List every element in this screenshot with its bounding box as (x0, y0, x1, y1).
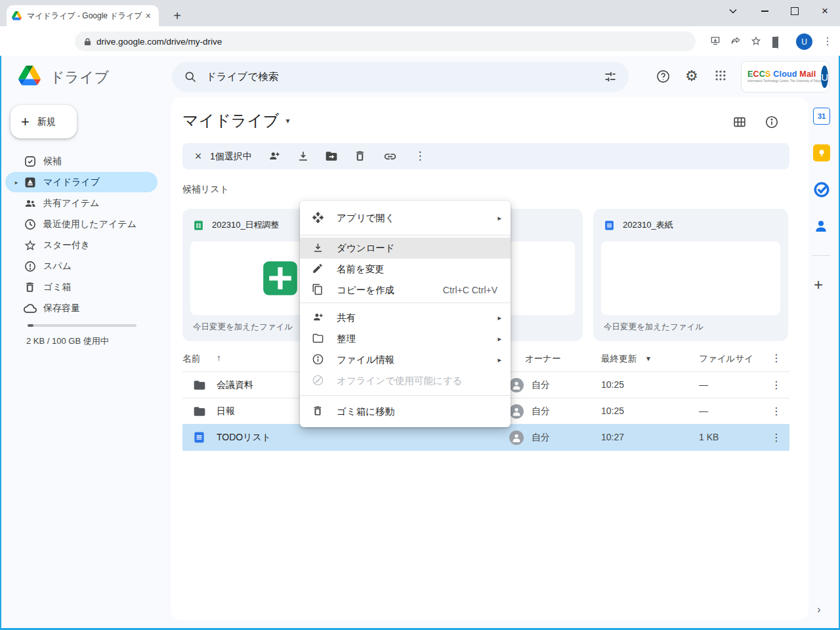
app-name: ドライブ (50, 68, 109, 87)
new-tab-button[interactable]: + (169, 8, 185, 24)
url-text: drive.google.com/drive/my-drive (96, 37, 222, 47)
storage-usage-bar (28, 324, 136, 327)
apps-grid-icon[interactable] (714, 69, 727, 82)
account-avatar[interactable]: U (821, 66, 828, 88)
submenu-arrow-icon: ▸ (497, 335, 501, 343)
url-bar[interactable]: drive.google.com/drive/my-drive (75, 32, 696, 51)
sidebar-item-trash[interactable]: ゴミ箱 (5, 277, 158, 297)
offline-pin-icon (312, 374, 325, 387)
settings-gear-icon[interactable]: ⚙ (685, 68, 698, 84)
context-menu-item-share[interactable]: 共有 ▸ (300, 307, 511, 328)
help-icon[interactable] (656, 69, 671, 84)
move-to-folder-icon[interactable] (325, 150, 338, 163)
row-kebab-icon[interactable]: ⋮ (771, 379, 782, 391)
clear-selection-icon[interactable]: × (192, 150, 205, 163)
account-badge-subtitle: Information Technology Center, The Unive… (747, 80, 821, 83)
page-title: マイドライブ (182, 110, 279, 131)
context-menu-item-make-copy[interactable]: コピーを作成 Ctrl+C Ctrl+V (300, 280, 511, 301)
sheets-file-icon (193, 220, 204, 231)
save-page-icon[interactable] (709, 35, 721, 47)
new-button[interactable]: + 新規 (10, 105, 77, 138)
window-maximize-button[interactable] (784, 3, 806, 20)
column-header-size[interactable]: ファイルサイ (699, 353, 753, 365)
search-options-tune-icon[interactable] (604, 70, 617, 83)
submenu-arrow-icon: ▸ (497, 356, 501, 364)
tasks-app-icon[interactable] (813, 181, 830, 198)
browser-tab[interactable]: マイドライブ - Google ドライブ × (7, 5, 159, 26)
trash-icon[interactable] (354, 150, 367, 163)
context-menu-item-download[interactable]: ダウンロード (300, 238, 511, 259)
tab-title: マイドライブ - Google ドライブ (27, 10, 143, 22)
plus-icon: + (21, 114, 30, 131)
file-card-cover[interactable]: 202310_表紙 今日変更を加えたファイル (593, 209, 788, 341)
rail-divider (812, 255, 830, 256)
grid-view-icon[interactable] (732, 115, 747, 129)
window-close-button[interactable]: × (814, 3, 836, 20)
column-header-modified[interactable]: 最終更新 (601, 353, 637, 365)
share-icon[interactable] (730, 35, 742, 47)
sidebar-item-suggestions[interactable]: 候補 (5, 151, 158, 171)
search-input[interactable]: ドライブで検索 (172, 62, 629, 92)
sort-descending-icon[interactable]: ▼ (645, 355, 652, 362)
context-menu-item-file-info[interactable]: ファイル情報 ▸ (300, 349, 511, 370)
bookmark-star-icon[interactable] (750, 35, 762, 47)
sidebar-item-recent[interactable]: 最近使用したアイテム (5, 214, 158, 234)
clock-icon (24, 218, 37, 231)
get-link-icon[interactable] (383, 150, 396, 163)
approval-check-icon (24, 155, 37, 168)
share-person-add-icon (312, 311, 325, 324)
expand-arrow-icon[interactable]: ▸ (13, 179, 20, 186)
context-menu-item-open-with[interactable]: アプリで開く ▸ (300, 205, 511, 230)
context-menu-item-rename[interactable]: 名前を変更 (300, 259, 511, 280)
header-kebab-icon[interactable]: ⋮ (771, 352, 782, 364)
open-with-icon (312, 211, 325, 224)
sidebar-item-storage[interactable]: 保存容量 (5, 298, 158, 318)
more-actions-kebab-icon[interactable]: ⋮ (413, 150, 427, 163)
side-panel-icon[interactable] (777, 37, 778, 49)
tab-close-icon[interactable]: × (143, 10, 154, 21)
sidebar-item-shared[interactable]: 共有アイテム (5, 193, 158, 213)
column-header-name[interactable]: 名前 (182, 353, 200, 365)
contacts-app-icon[interactable] (813, 218, 830, 235)
share-person-add-icon[interactable] (268, 150, 281, 163)
folder-icon (193, 379, 206, 392)
card-thumbnail (601, 242, 780, 315)
search-icon (184, 70, 197, 83)
docs-file-icon (193, 431, 206, 444)
storage-usage-fill (28, 324, 33, 327)
keep-app-icon[interactable] (813, 144, 830, 161)
sort-ascending-icon[interactable]: ↑ (217, 353, 221, 363)
owner-avatar (509, 378, 524, 392)
download-icon[interactable] (297, 150, 310, 163)
row-kebab-icon[interactable]: ⋮ (771, 405, 782, 417)
browser-profile-avatar[interactable]: U (796, 33, 812, 50)
account-badge[interactable]: ECCS Cloud Mail Information Technology C… (742, 62, 829, 92)
star-icon (24, 239, 37, 252)
column-header-owner[interactable]: オーナー (525, 353, 561, 365)
search-placeholder: ドライブで検索 (206, 70, 278, 84)
sheets-logo-large (260, 258, 301, 299)
window-accent-border-left (0, 56, 1, 630)
sidebar-item-my-drive[interactable]: ▸ マイドライブ (5, 172, 158, 192)
add-app-plus-icon[interactable]: + (814, 276, 823, 294)
trash-icon (24, 281, 37, 294)
row-kebab-icon[interactable]: ⋮ (771, 431, 782, 444)
selection-count: 1個選択中 (210, 151, 252, 163)
spam-warning-icon (24, 260, 37, 273)
window-chevron-icon[interactable] (722, 3, 744, 20)
details-info-icon[interactable] (765, 115, 779, 129)
file-row-todo-list[interactable]: TODOリスト 自分 10:27 1 KB ⋮ (182, 424, 789, 451)
browser-menu-kebab-icon[interactable]: ⋮ (822, 35, 833, 47)
sidebar-item-spam[interactable]: スパム (5, 256, 158, 276)
calendar-app-icon[interactable]: 31 (813, 108, 830, 125)
rename-pencil-icon (312, 262, 325, 276)
info-icon (312, 353, 325, 366)
window-minimize-button[interactable] (753, 3, 776, 20)
sidebar-item-starred[interactable]: スター付き (5, 235, 158, 255)
drive-logo[interactable] (18, 66, 41, 85)
context-menu-item-move-to-trash[interactable]: ゴミ箱に移動 (300, 401, 511, 422)
side-panel-chevron-icon[interactable]: › (817, 603, 821, 616)
page-title-dropdown[interactable]: マイドライブ ▾ (182, 110, 289, 131)
submenu-arrow-icon: ▸ (497, 314, 501, 322)
context-menu-item-organize[interactable]: 整理 ▸ (300, 328, 511, 349)
